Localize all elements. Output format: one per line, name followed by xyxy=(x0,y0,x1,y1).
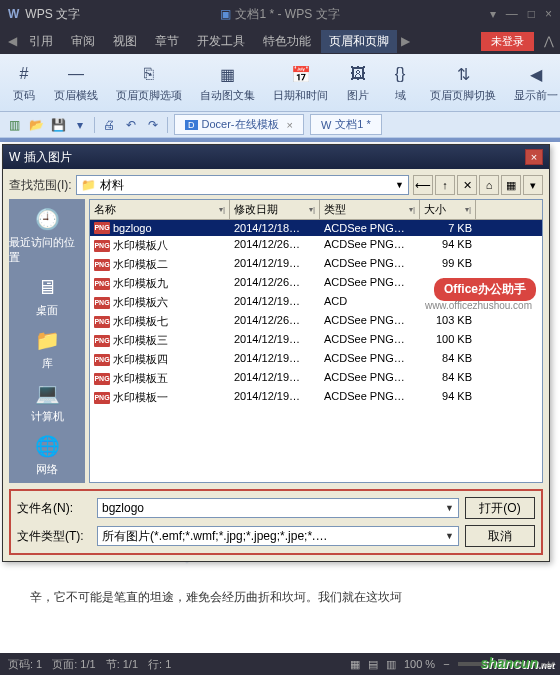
undo-icon[interactable]: ↶ xyxy=(123,117,139,133)
toolbar-button-2[interactable]: ✕ xyxy=(457,175,477,195)
file-type: ACDSee PNG… xyxy=(320,221,420,235)
file-row[interactable]: PNG水印模板八 2014/12/26… ACDSee PNG… 94 KB xyxy=(90,236,542,255)
tab-review[interactable]: 审阅 xyxy=(63,30,103,53)
ribbon-item-0[interactable]: #页码 xyxy=(12,62,36,103)
file-row[interactable]: PNG水印模板七 2014/12/26… ACDSee PNG… 103 KB xyxy=(90,312,542,331)
dialog-close-button[interactable]: × xyxy=(525,149,543,165)
file-size: 84 KB xyxy=(420,351,476,368)
status-page-code: 页码: 1 xyxy=(8,657,42,672)
maximize-button[interactable]: □ xyxy=(528,7,535,21)
file-date: 2014/12/26… xyxy=(230,275,320,292)
png-icon: PNG xyxy=(94,392,110,404)
nav-prev-icon[interactable]: ◀ xyxy=(8,34,17,48)
ribbon-item-8[interactable]: ◀显示前一 xyxy=(514,62,558,103)
toolbar-button-0[interactable]: ⟵ xyxy=(413,175,433,195)
qat-more-icon[interactable]: ▾ xyxy=(72,117,88,133)
path-value: 材料 xyxy=(100,177,124,194)
close-button[interactable]: × xyxy=(545,7,552,21)
column-type[interactable]: 类型▾| xyxy=(320,200,420,219)
tab-chapter[interactable]: 章节 xyxy=(147,30,187,53)
watermark-logo: shancun.net xyxy=(480,655,554,671)
menu-caret-icon[interactable]: ⋀ xyxy=(544,34,554,48)
tab-header-footer[interactable]: 页眉和页脚 xyxy=(321,30,397,53)
places-item-3[interactable]: 💻计算机 xyxy=(31,379,64,424)
ribbon-label: 自动图文集 xyxy=(200,88,255,103)
ribbon-item-6[interactable]: {}域 xyxy=(388,62,412,103)
toolbar-button-1[interactable]: ↑ xyxy=(435,175,455,195)
minimize-button[interactable]: — xyxy=(506,7,518,21)
places-item-4[interactable]: 🌐网络 xyxy=(31,432,63,477)
file-row[interactable]: PNGbgzlogo 2014/12/18… ACDSee PNG… 7 KB xyxy=(90,220,542,236)
tab-features[interactable]: 特色功能 xyxy=(255,30,319,53)
login-button[interactable]: 未登录 xyxy=(481,32,534,51)
doc-tab-document[interactable]: W 文档1 * xyxy=(310,114,382,135)
column-name[interactable]: 名称▾| xyxy=(90,200,230,219)
dropdown-icon[interactable]: ▾ xyxy=(490,7,496,21)
view-icon[interactable]: ▦ xyxy=(350,658,360,671)
open-icon[interactable]: 📂 xyxy=(28,117,44,133)
tab-view[interactable]: 视图 xyxy=(105,30,145,53)
open-button[interactable]: 打开(O) xyxy=(465,497,535,519)
doc-tab-docer[interactable]: D Docer-在线模板 × xyxy=(174,114,304,135)
view-icon[interactable]: ▥ xyxy=(386,658,396,671)
toolbar-button-3[interactable]: ⌂ xyxy=(479,175,499,195)
path-combo[interactable]: 📁 材料 ▼ xyxy=(76,175,409,195)
status-section: 节: 1/1 xyxy=(106,657,138,672)
ribbon-icon: ◀ xyxy=(524,62,548,86)
file-type: ACDSee PNG… xyxy=(320,332,420,349)
ribbon-label: 日期和时间 xyxy=(273,88,328,103)
toolbar-button-5[interactable]: ▾ xyxy=(523,175,543,195)
toolbar-button-4[interactable]: ▦ xyxy=(501,175,521,195)
ribbon-icon: {} xyxy=(388,62,412,86)
filename-input[interactable]: bgzlogo ▼ xyxy=(97,498,459,518)
save-icon[interactable]: 💾 xyxy=(50,117,66,133)
places-item-1[interactable]: 🖥桌面 xyxy=(31,273,63,318)
ribbon-item-7[interactable]: ⇅页眉页脚切换 xyxy=(430,62,496,103)
place-label: 网络 xyxy=(36,462,58,477)
new-icon[interactable]: ▥ xyxy=(6,117,22,133)
file-row[interactable]: PNG水印模板四 2014/12/19… ACDSee PNG… 84 KB xyxy=(90,350,542,369)
filename-value: bgzlogo xyxy=(102,501,144,515)
png-icon: PNG xyxy=(94,278,110,290)
ribbon-item-3[interactable]: ▦自动图文集 xyxy=(200,62,255,103)
ribbon-label: 页眉横线 xyxy=(54,88,98,103)
png-icon: PNG xyxy=(94,316,110,328)
places-item-0[interactable]: 🕘最近访问的位置 xyxy=(9,205,85,265)
view-icon[interactable]: ▤ xyxy=(368,658,378,671)
dialog-title: 插入图片 xyxy=(24,149,72,166)
file-row[interactable]: PNG水印模板三 2014/12/19… ACDSee PNG… 100 KB xyxy=(90,331,542,350)
ribbon-item-4[interactable]: 📅日期和时间 xyxy=(273,62,328,103)
zoom-out-button[interactable]: − xyxy=(443,658,449,670)
ribbon-item-5[interactable]: 🖼图片 xyxy=(346,62,370,103)
file-row[interactable]: PNG水印模板二 2014/12/19… ACDSee PNG… 99 KB xyxy=(90,255,542,274)
file-size: 99 KB xyxy=(420,256,476,273)
cancel-button[interactable]: 取消 xyxy=(465,525,535,547)
file-type: ACDSee PNG… xyxy=(320,313,420,330)
separator xyxy=(167,117,168,133)
nav-next-icon[interactable]: ▶ xyxy=(401,34,410,48)
filetype-combo[interactable]: 所有图片(*.emf;*.wmf;*.jpg;*.jpeg;*.jpe;*.… … xyxy=(97,526,459,546)
ribbon-item-2[interactable]: ⎘页眉页脚选项 xyxy=(116,62,182,103)
file-date: 2014/12/18… xyxy=(230,221,320,235)
dialog-titlebar[interactable]: W 插入图片 × xyxy=(3,145,549,169)
ribbon-label: 页码 xyxy=(13,88,35,103)
column-size[interactable]: 大小▾| xyxy=(420,200,476,219)
file-list[interactable]: Office办公助手 www.officezhushou.com PNGbgzl… xyxy=(90,220,542,482)
ribbon-label: 图片 xyxy=(347,88,369,103)
places-item-2[interactable]: 📁库 xyxy=(31,326,63,371)
redo-icon[interactable]: ↷ xyxy=(145,117,161,133)
file-row[interactable]: PNG水印模板五 2014/12/19… ACDSee PNG… 84 KB xyxy=(90,369,542,388)
file-date: 2014/12/26… xyxy=(230,313,320,330)
file-type: ACDSee PNG… xyxy=(320,389,420,406)
tab-devtools[interactable]: 开发工具 xyxy=(189,30,253,53)
tab-references[interactable]: 引用 xyxy=(21,30,61,53)
column-date[interactable]: 修改日期▾| xyxy=(230,200,320,219)
ribbon-item-1[interactable]: —页眉横线 xyxy=(54,62,98,103)
insert-picture-dialog: W 插入图片 × 查找范围(I): 📁 材料 ▼ ⟵↑✕⌂▦▾ 🕘最近访问的位置… xyxy=(2,144,550,562)
print-icon[interactable]: 🖨 xyxy=(101,117,117,133)
tab-close-icon[interactable]: × xyxy=(287,119,293,131)
dropdown-arrow-icon: ▼ xyxy=(445,531,454,541)
ribbon-label: 域 xyxy=(395,88,406,103)
file-row[interactable]: PNG水印模板一 2014/12/19… ACDSee PNG… 94 KB xyxy=(90,388,542,407)
window-title: 文档1 * - WPS 文字 xyxy=(235,6,339,23)
